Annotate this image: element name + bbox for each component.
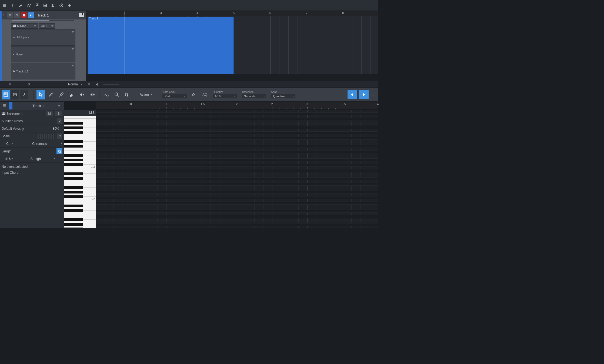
keyboard-icon xyxy=(2,112,5,115)
editor-tabbar: M S Normal xyxy=(0,81,378,88)
master-solo-button[interactable]: S xyxy=(22,83,36,86)
view-mode-dropdown[interactable]: Normal xyxy=(68,82,82,86)
inspector-track-dropdown[interactable]: Track 1 xyxy=(14,104,62,108)
zoom-menu-icon[interactable] xyxy=(370,90,376,99)
chord-tool[interactable] xyxy=(123,90,131,99)
note-color-dropdown[interactable]: Part xyxy=(162,94,187,98)
auto-quantize-toggle[interactable]: AQ xyxy=(200,93,209,96)
clock-tool-icon[interactable] xyxy=(58,2,64,8)
instrument-editor-icon[interactable] xyxy=(79,12,85,18)
length-link-button[interactable] xyxy=(56,148,62,154)
zoom-scrollbar[interactable] xyxy=(103,84,119,85)
svg-rect-5 xyxy=(81,13,81,15)
flag-tool-icon[interactable] xyxy=(34,2,40,8)
menu-icon[interactable] xyxy=(2,2,8,8)
svg-rect-9 xyxy=(14,25,14,26)
curve-tool[interactable] xyxy=(102,90,111,99)
snap-dropdown[interactable]: Quantize xyxy=(271,94,295,98)
tempo-tool-icon[interactable] xyxy=(50,2,56,8)
track-number: 1 xyxy=(2,13,6,17)
editor-mute-button[interactable]: M xyxy=(89,111,92,115)
arrange-footer xyxy=(86,74,378,81)
svg-point-13 xyxy=(115,93,118,95)
timebase-dropdown[interactable]: Seconds xyxy=(242,94,266,98)
grid-tool-icon[interactable] xyxy=(42,2,48,8)
audition-tool[interactable] xyxy=(88,90,96,99)
brush-tool[interactable] xyxy=(57,90,66,99)
scale-root-dropdown[interactable]: C xyxy=(0,140,15,147)
note-color-control: Note Color Part xyxy=(161,89,188,99)
svg-rect-6 xyxy=(82,13,83,15)
mute-tool[interactable] xyxy=(78,90,86,99)
quantize-dropdown[interactable]: 1/16 xyxy=(213,94,237,98)
wrench-tool-icon[interactable] xyxy=(18,2,24,8)
length-mode-dropdown[interactable]: Straight xyxy=(15,155,57,162)
track-fader[interactable] xyxy=(12,20,74,21)
piano-editor-tab[interactable] xyxy=(2,90,10,99)
top-toolbar xyxy=(0,0,378,11)
zoom-to-start-button[interactable] xyxy=(348,90,357,99)
arrow-tool[interactable] xyxy=(36,90,45,99)
automation-tool-icon[interactable] xyxy=(26,2,32,8)
score-editor-tab[interactable] xyxy=(20,90,28,99)
svg-point-15 xyxy=(127,95,128,96)
drum-editor-tab[interactable] xyxy=(11,90,19,99)
scale-toggle-button[interactable]: ◻ xyxy=(57,133,62,139)
midi-clip[interactable]: Track 1 xyxy=(88,17,234,75)
output-dropdown[interactable]: ≡None xyxy=(11,46,75,63)
svg-point-12 xyxy=(13,93,16,94)
add-tool-icon[interactable] xyxy=(66,2,72,8)
editor-solo-button[interactable]: S xyxy=(92,111,95,115)
zoom-tool[interactable] xyxy=(112,90,121,99)
svg-point-1 xyxy=(54,6,54,6)
zoom-to-end-button[interactable] xyxy=(359,90,369,99)
inspector-menu-icon[interactable] xyxy=(2,103,7,108)
subtrack-dropdown[interactable]: ↳Track 1.1 xyxy=(11,63,75,79)
pencil-tool[interactable] xyxy=(47,90,55,99)
arrange-area[interactable]: 12345678 Track 1 xyxy=(86,11,378,81)
action-menu[interactable]: Action xyxy=(137,91,155,99)
svg-rect-8 xyxy=(13,25,14,26)
record-arm-button[interactable] xyxy=(21,12,27,18)
solo-button[interactable]: S xyxy=(14,12,20,18)
instrument-dropdown[interactable]: MT-mK xyxy=(11,23,38,29)
editor-ruler[interactable]: 0.511.522.533.54 xyxy=(96,102,378,110)
svg-rect-4 xyxy=(80,13,80,15)
note-grid[interactable] xyxy=(96,110,378,228)
svg-point-0 xyxy=(52,6,53,7)
mute-button[interactable]: M xyxy=(7,12,13,18)
input-dropdown[interactable]: →All Inputs xyxy=(11,29,75,46)
collapse-left-icon[interactable] xyxy=(96,83,98,86)
scale-preview[interactable] xyxy=(36,134,55,139)
svg-rect-17 xyxy=(2,112,3,114)
scale-mode-dropdown[interactable]: Chromatic xyxy=(15,140,64,147)
no-event-label: No event selected xyxy=(0,163,64,171)
inspector-mute-button[interactable]: M xyxy=(46,111,53,116)
velocity-value[interactable]: 80% xyxy=(49,127,62,131)
svg-rect-19 xyxy=(4,112,5,114)
audition-checkbox[interactable]: ✓ xyxy=(57,118,62,124)
length-value-dropdown[interactable]: 1/16 xyxy=(0,155,15,162)
track-color-chip xyxy=(9,102,12,109)
master-mute-button[interactable]: M xyxy=(3,83,17,86)
monitor-button[interactable] xyxy=(28,12,34,18)
svg-point-14 xyxy=(125,95,126,96)
list-icon[interactable] xyxy=(88,83,91,86)
inspector-panel: Track 1 Instrument M S Audition Notes ✓ … xyxy=(0,102,64,228)
piano-keyboard[interactable]: M S C 3C 2C 1 xyxy=(64,110,96,228)
playhead-editor[interactable] xyxy=(230,110,230,228)
eraser-tool[interactable] xyxy=(67,90,76,99)
track-name[interactable]: Track 1 xyxy=(35,13,78,17)
channel-dropdown[interactable]: CH 1 xyxy=(39,23,55,29)
info-tool-icon[interactable] xyxy=(10,2,16,8)
velocity-tool-icon[interactable] xyxy=(190,90,199,99)
editor-toolbar: Action Note Color Part AQ Quantize 1/16 … xyxy=(0,88,378,102)
track-panel: 1 M S Track 1 MT-mK CH 1 →All Inputs ≡No… xyxy=(0,11,86,81)
playhead-arrange[interactable] xyxy=(125,11,125,81)
length-extra-button[interactable]: · xyxy=(57,155,64,162)
svg-point-20 xyxy=(58,150,61,152)
svg-rect-10 xyxy=(15,25,15,26)
track-color-strip xyxy=(0,11,2,81)
arrange-ruler[interactable]: 12345678 xyxy=(86,11,378,16)
inspector-solo-button[interactable]: S xyxy=(55,111,62,116)
